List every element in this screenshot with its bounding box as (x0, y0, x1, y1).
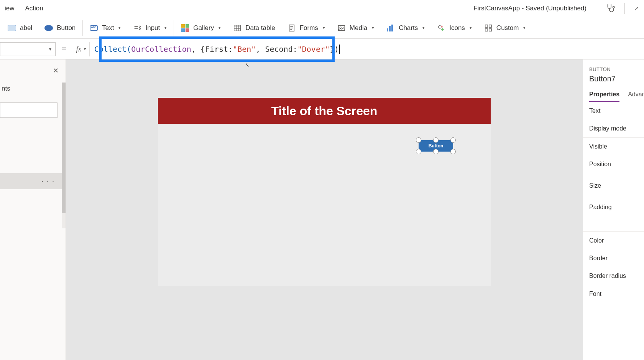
insert-datatable-label: Data table (245, 24, 275, 32)
formula-token-string: "Ben" (233, 45, 256, 54)
text-cursor (339, 45, 340, 54)
more-icon[interactable]: · · · (41, 177, 55, 185)
prop-row-borderradius[interactable]: Border radius (589, 267, 644, 285)
svg-point-2 (139, 28, 141, 30)
resize-handle[interactable] (450, 137, 456, 143)
equals-label: = (56, 44, 73, 54)
svg-point-0 (613, 6, 614, 8)
scrollbar-thumb[interactable] (62, 83, 66, 213)
menu-tabs-left: iew Action (3, 5, 43, 12)
control-name-label[interactable]: Button7 (589, 74, 644, 83)
chevron-down-icon: ▾ (470, 25, 472, 30)
app-title: FirstCanvasApp - Saved (Unpublished) (473, 5, 586, 12)
insert-text-label: Text (102, 24, 114, 32)
tree-item-selected[interactable]: · · · (0, 173, 66, 189)
label-icon (8, 24, 16, 32)
insert-button[interactable]: Button (38, 20, 82, 36)
prop-row-position[interactable]: Position (589, 155, 644, 173)
insert-ribbon: abel Button Text ▾ Input ▾ Gallery ▾ Dat… (0, 17, 644, 39)
tab-properties[interactable]: Properties (589, 91, 619, 102)
insert-button-text: Button (57, 24, 76, 32)
resize-handle[interactable] (433, 137, 439, 143)
mouse-cursor-icon: ↖ (245, 62, 250, 68)
tree-item[interactable] (0, 141, 66, 157)
separator (596, 3, 596, 14)
svg-point-7 (439, 25, 441, 28)
canvas-button-text: Button (429, 143, 444, 149)
formula-token-string: "Dover" (297, 45, 330, 54)
svg-rect-10 (485, 28, 488, 31)
app-screen[interactable]: Title of the Screen Button (158, 98, 491, 286)
insert-icons-label: Icons (449, 24, 465, 32)
svg-point-1 (139, 26, 141, 27)
chevron-down-icon: ▾ (118, 25, 121, 30)
tab-advanced[interactable]: Advan (628, 91, 644, 102)
canvas-area[interactable]: ↖ Title of the Screen Button (66, 59, 583, 360)
expand-icon[interactable]: ⤢ (634, 5, 639, 12)
tree-list: · · · (0, 141, 66, 189)
resize-handle[interactable] (416, 137, 421, 143)
custom-icon (484, 24, 493, 32)
insert-custom[interactable]: Custom ▾ (478, 20, 532, 36)
svg-rect-8 (485, 25, 488, 27)
close-icon[interactable]: ✕ (53, 66, 59, 75)
insert-custom-label: Custom (496, 24, 519, 32)
resize-handle[interactable] (450, 149, 456, 154)
insert-gallery-label: Gallery (193, 24, 214, 32)
prop-row-visible[interactable]: Visible (589, 138, 644, 155)
properties-tabs: Properties Advan (589, 91, 644, 102)
tree-tab-components[interactable]: nts (0, 82, 66, 96)
prop-row-font[interactable]: Font (589, 285, 644, 297)
property-selector[interactable]: ▾ (0, 42, 56, 56)
insert-input[interactable]: Input ▾ (127, 20, 173, 36)
resize-handle[interactable] (416, 149, 421, 154)
input-icon (133, 24, 141, 32)
app-checker-icon[interactable] (605, 3, 615, 14)
formula-bar: ▾ = fx ▾ Collect(OurCollection, {First: … (0, 39, 644, 59)
insert-datatable[interactable]: Data table (227, 20, 281, 36)
prop-row-size[interactable]: Size (589, 177, 644, 195)
icons-icon (437, 24, 445, 32)
insert-media[interactable]: Media ▾ (331, 20, 380, 36)
chevron-down-icon: ▾ (49, 46, 51, 52)
formula-token-identifier: OurCollection (131, 45, 191, 54)
menu-tabs-right: FirstCanvasApp - Saved (Unpublished) ⤢ (473, 3, 641, 14)
button-icon (44, 24, 53, 32)
fx-button[interactable]: fx ▾ (73, 42, 90, 56)
prop-row-text[interactable]: Text (589, 102, 644, 120)
insert-text[interactable]: Text ▾ (84, 20, 127, 36)
text-icon (90, 24, 98, 32)
tab-view[interactable]: iew (5, 5, 15, 12)
media-icon (337, 24, 346, 32)
canvas-button-selected[interactable]: Button (419, 140, 453, 152)
chevron-down-icon: ▾ (84, 46, 86, 51)
prop-row-displaymode[interactable]: Display mode (589, 120, 644, 137)
insert-gallery[interactable]: Gallery ▾ (175, 20, 227, 36)
prop-row-border[interactable]: Border (589, 249, 644, 267)
formula-token-plain: , Second: (256, 45, 297, 54)
tree-item[interactable] (0, 157, 66, 173)
insert-input-label: Input (145, 24, 160, 32)
ribbon-separator (174, 20, 174, 36)
insert-charts[interactable]: Charts ▾ (380, 20, 431, 36)
chevron-down-icon: ▾ (323, 25, 325, 30)
resize-handle[interactable] (433, 149, 439, 154)
insert-forms[interactable]: Forms ▾ (281, 20, 331, 36)
insert-label-text: abel (20, 24, 32, 32)
chevron-down-icon: ▾ (372, 25, 374, 30)
tab-action[interactable]: Action (25, 5, 43, 12)
insert-label[interactable]: abel (2, 20, 38, 36)
svg-rect-3 (234, 25, 241, 31)
formula-input[interactable]: Collect(OurCollection, {First: "Ben", Se… (90, 42, 644, 56)
ribbon-separator (82, 20, 83, 36)
tree-search-input[interactable] (0, 102, 58, 118)
tree-view-panel: ✕ nts · · · (0, 59, 66, 360)
formula-token-paren: ( (127, 45, 131, 54)
prop-row-padding[interactable]: Padding (589, 198, 644, 216)
formula-token-function: Collect (94, 45, 127, 54)
insert-icons[interactable]: Icons ▾ (431, 20, 478, 36)
svg-rect-11 (489, 28, 491, 31)
chevron-down-icon: ▾ (164, 25, 167, 30)
insert-forms-label: Forms (300, 24, 318, 32)
prop-row-color[interactable]: Color (589, 232, 644, 249)
